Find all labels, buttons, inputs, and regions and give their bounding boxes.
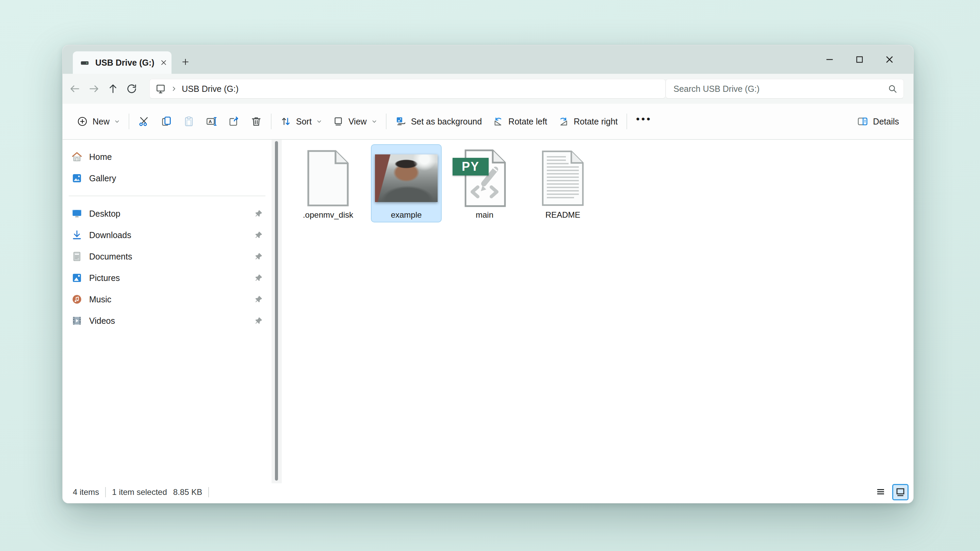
file-name: example — [391, 210, 422, 220]
pin-icon — [255, 210, 263, 218]
sidebar-item-desktop[interactable]: Desktop — [67, 203, 267, 224]
pin-icon — [255, 317, 263, 325]
sidebar-item-videos[interactable]: Videos — [67, 310, 267, 331]
new-tab-button[interactable] — [176, 53, 195, 71]
svg-text:A: A — [208, 119, 212, 124]
file-tile-readme[interactable]: README — [527, 144, 598, 222]
details-pane-icon — [857, 116, 869, 127]
new-button[interactable]: New — [72, 111, 125, 132]
set-background-icon — [395, 116, 406, 127]
refresh-icon[interactable] — [123, 80, 140, 98]
view-label: View — [348, 117, 367, 127]
up-icon[interactable] — [104, 80, 122, 98]
details-view-icon[interactable] — [872, 484, 889, 500]
text-file-icon — [528, 149, 598, 208]
rename-button[interactable]: A — [200, 111, 223, 132]
file-tile-main[interactable]: PY main — [449, 144, 520, 222]
share-button[interactable] — [223, 111, 245, 132]
file-tile-openmv-disk[interactable]: .openmv_disk — [293, 144, 363, 222]
delete-button[interactable] — [245, 111, 267, 132]
downloads-icon — [72, 230, 82, 240]
chevron-down-icon — [317, 119, 322, 124]
pin-icon — [255, 274, 263, 282]
sidebar-item-home[interactable]: Home — [67, 146, 267, 167]
minimize-button[interactable] — [815, 49, 845, 70]
breadcrumb[interactable]: USB Drive (G:) — [182, 84, 239, 94]
cut-button[interactable] — [133, 111, 155, 132]
new-plus-icon — [77, 116, 88, 127]
sidebar-divider — [69, 195, 266, 196]
file-grid: .openmv_disk example PY main — [293, 144, 913, 222]
rotate-left-icon — [493, 116, 504, 127]
details-button[interactable]: Details — [851, 111, 904, 132]
set-background-button[interactable]: Set as background — [390, 111, 487, 132]
set-background-label: Set as background — [411, 117, 482, 127]
sidebar-item-label: Gallery — [89, 173, 116, 183]
sidebar-item-label: Pictures — [89, 273, 120, 283]
rotate-left-button[interactable]: Rotate left — [487, 111, 553, 132]
sort-button[interactable]: Sort — [275, 111, 327, 132]
command-bar: New A Sort — [63, 104, 913, 140]
selection-count: 1 item selected — [112, 487, 167, 497]
pictures-icon — [72, 272, 82, 283]
sidebar-item-music[interactable]: Music — [67, 289, 267, 310]
status-divider — [105, 487, 106, 497]
sidebar-item-label: Music — [89, 295, 111, 305]
selection-size: 8.85 KB — [173, 487, 202, 497]
view-switcher — [872, 484, 908, 500]
pin-icon — [255, 252, 263, 260]
large-icons-view-icon[interactable] — [892, 484, 908, 500]
tab-close-icon[interactable] — [160, 56, 167, 70]
sidebar-item-label: Desktop — [89, 209, 121, 219]
desktop-icon — [72, 208, 82, 219]
music-icon — [72, 294, 82, 305]
rotate-right-label: Rotate right — [574, 117, 617, 127]
toolbar-divider — [386, 114, 387, 129]
back-icon[interactable] — [66, 80, 84, 98]
file-name: README — [546, 210, 581, 220]
maximize-button[interactable] — [845, 49, 875, 70]
navigation-bar: USB Drive (G:) — [63, 74, 913, 104]
new-label: New — [92, 117, 110, 127]
content-area: Home Gallery Desktop — [63, 140, 913, 483]
sidebar-scrollbar[interactable] — [272, 140, 282, 483]
home-icon — [72, 151, 82, 162]
sidebar-item-pictures[interactable]: Pictures — [67, 267, 267, 288]
pin-icon — [255, 231, 263, 239]
items-count: 4 items — [73, 487, 99, 497]
sidebar-item-downloads[interactable]: Downloads — [67, 224, 267, 246]
rotate-left-label: Rotate left — [508, 117, 547, 127]
copy-button[interactable] — [155, 111, 178, 132]
blank-file-icon — [293, 149, 363, 208]
sidebar: Home Gallery Desktop — [63, 140, 272, 483]
forward-icon[interactable] — [85, 80, 103, 98]
breadcrumb-chevron-icon[interactable] — [171, 86, 177, 92]
file-tile-example-selected[interactable]: example — [371, 144, 442, 222]
file-area[interactable]: .openmv_disk example PY main — [282, 140, 913, 483]
sidebar-item-documents[interactable]: Documents — [67, 246, 267, 267]
videos-icon — [72, 315, 82, 326]
file-name: main — [476, 210, 493, 220]
more-options-button[interactable]: ••• — [630, 111, 657, 132]
search-input[interactable] — [673, 84, 888, 94]
view-button[interactable]: View — [327, 111, 382, 132]
chevron-down-icon — [115, 119, 120, 124]
sidebar-item-gallery[interactable]: Gallery — [67, 168, 267, 189]
close-button[interactable] — [875, 49, 904, 70]
sidebar-item-label: Videos — [89, 316, 115, 326]
paste-button[interactable] — [178, 111, 200, 132]
sort-icon — [280, 116, 291, 127]
sidebar-item-label: Documents — [89, 252, 132, 262]
tab-usb-drive[interactable]: USB Drive (G:) — [73, 51, 172, 74]
drive-icon — [80, 57, 90, 68]
search-icon[interactable] — [888, 84, 897, 94]
sidebar-scrollbar-thumb[interactable] — [275, 141, 278, 481]
explorer-window: USB Drive (G:) — [62, 45, 914, 503]
file-name: .openmv_disk — [303, 210, 353, 220]
this-pc-icon — [155, 83, 166, 94]
search-box[interactable] — [666, 79, 904, 98]
caption-controls — [815, 45, 904, 74]
rotate-right-button[interactable]: Rotate right — [553, 111, 623, 132]
status-divider — [208, 487, 209, 497]
address-bar[interactable]: USB Drive (G:) — [150, 79, 666, 98]
